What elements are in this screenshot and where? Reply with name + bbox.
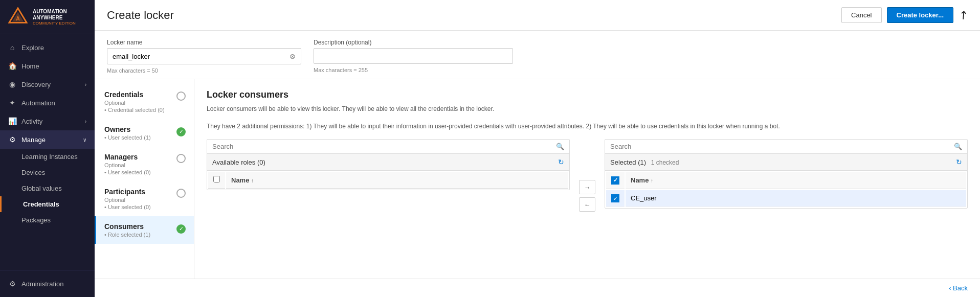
selected-checkbox-header: ✓	[606, 172, 625, 189]
chevron-right-icon: ›	[85, 82, 86, 87]
sidebar: A AUTOMATIONANYWHERE Community Edition ⌂…	[0, 0, 95, 297]
chevron-right-icon2: ›	[85, 119, 86, 124]
move-right-button[interactable]: →	[579, 180, 595, 194]
sidebar-item-learning-instances[interactable]: Learning Instances	[0, 149, 95, 165]
selected-all-checkbox[interactable]: ✓	[611, 176, 619, 185]
step-participants-sub: Optional	[104, 197, 171, 203]
sidebar-bottom: ⚙ Administration	[0, 270, 95, 297]
logo-icon: A	[8, 7, 28, 27]
search-icon2: 🔍	[954, 143, 962, 150]
description-label: Description (optional)	[314, 39, 513, 46]
sidebar-item-explore[interactable]: ⌂ Explore	[0, 38, 95, 57]
administration-label: Administration	[21, 280, 63, 288]
step-owners-sub2: • User selected (1)	[104, 134, 171, 141]
logo-text-block: AUTOMATIONANYWHERE Community Edition	[33, 9, 76, 26]
step-credentials-sub: Optional	[104, 100, 171, 106]
selected-roles-panel: 🔍 Selected (1) 1 checked ↻	[605, 139, 968, 209]
sidebar-item-credentials[interactable]: Credentials	[0, 196, 95, 212]
step-consumers-icon: ✓	[176, 223, 186, 234]
locker-name-input-wrapper: ⊗	[107, 48, 301, 64]
selected-name-header: Name ↑	[626, 172, 966, 189]
table-row: ✓ CE_user	[606, 190, 966, 208]
sidebar-item-label: Manage	[21, 136, 46, 144]
sidebar-item-discovery[interactable]: ◉ Discovery ›	[0, 75, 95, 94]
sidebar-item-packages[interactable]: Packages	[0, 212, 95, 228]
refresh-icon[interactable]: ↻	[558, 158, 564, 166]
available-search-bar: 🔍	[207, 140, 569, 154]
description-input[interactable]	[319, 52, 507, 60]
arrow-indicator: ↗	[955, 7, 971, 23]
available-roles-header: Available roles (0) ↻	[207, 154, 569, 171]
activity-icon: 📊	[8, 117, 16, 125]
move-left-button[interactable]: ←	[579, 197, 595, 212]
select-all-available[interactable]	[213, 176, 220, 182]
header-actions: Cancel Create locker... ↗	[841, 7, 968, 23]
create-locker-button[interactable]: Create locker...	[887, 7, 954, 23]
sidebar-item-automation[interactable]: ✦ Automation	[0, 94, 95, 112]
selected-search-input[interactable]	[610, 143, 951, 150]
learning-instances-label: Learning Instances	[21, 153, 78, 161]
row-checkbox-cell: ✓	[606, 190, 625, 208]
step-credentials[interactable]: Credentials Optional • Credential select…	[95, 84, 194, 119]
step-consumers[interactable]: Consumers • Role selected (1) ✓	[95, 216, 194, 244]
sidebar-item-label: Home	[21, 62, 39, 70]
clear-icon[interactable]: ⊗	[289, 52, 296, 60]
sidebar-item-manage[interactable]: ⚙ Manage ∨	[0, 130, 95, 149]
explore-icon: ⌂	[8, 43, 16, 52]
home-icon: 🏠	[8, 62, 16, 70]
available-checkbox-header	[208, 172, 225, 189]
sidebar-item-administration[interactable]: ⚙ Administration	[0, 275, 95, 293]
step-owners-name: Owners	[104, 125, 171, 133]
sidebar-item-label: Discovery	[21, 81, 51, 88]
selected-label: Selected (1) 1 checked	[610, 158, 679, 166]
global-values-label: Global values	[21, 185, 62, 192]
sort-arrow2: ↑	[651, 178, 653, 184]
step-consumers-info: Consumers • Role selected (1)	[104, 222, 171, 238]
step-participants-sub2: • User selected (0)	[104, 204, 171, 210]
sidebar-item-home[interactable]: 🏠 Home	[0, 57, 95, 75]
step-credentials-sub2: • Credential selected (0)	[104, 107, 171, 113]
detail-desc2: They have 2 additional permissions: 1) T…	[207, 122, 968, 131]
step-credentials-info: Credentials Optional • Credential select…	[104, 90, 171, 113]
main-content: Create locker Cancel Create locker... ↗ …	[95, 0, 980, 297]
refresh-selected-icon[interactable]: ↻	[956, 158, 962, 166]
cancel-button[interactable]: Cancel	[841, 7, 881, 23]
transfer-buttons: → ←	[576, 180, 598, 212]
available-search-input[interactable]	[212, 143, 553, 150]
detail-panel: Locker consumers Locker consumers will b…	[194, 79, 980, 279]
step-credentials-icon	[176, 92, 186, 103]
back-button[interactable]: ‹ Back	[949, 284, 968, 292]
step-participants-info: Participants Optional • User selected (0…	[104, 188, 171, 210]
content-body: Credentials Optional • Credential select…	[95, 79, 980, 279]
locker-name-label: Locker name	[107, 39, 301, 46]
sidebar-item-global-values[interactable]: Global values	[0, 180, 95, 196]
detail-title: Locker consumers	[207, 89, 968, 100]
edition-label: Community Edition	[33, 21, 76, 26]
sidebar-item-devices[interactable]: Devices	[0, 165, 95, 180]
chevron-down-icon: ∨	[83, 137, 86, 143]
sidebar-logo: A AUTOMATIONANYWHERE Community Edition	[0, 0, 95, 34]
packages-label: Packages	[21, 216, 51, 224]
step-consumers-sub2: • Role selected (1)	[104, 232, 171, 238]
sidebar-item-activity[interactable]: 📊 Activity ›	[0, 112, 95, 130]
sidebar-item-label: Activity	[21, 118, 42, 125]
sidebar-item-label: Explore	[21, 44, 44, 52]
step-managers-sub2: • User selected (0)	[104, 169, 171, 175]
selected-search-bar: 🔍	[605, 140, 967, 154]
step-owners[interactable]: Owners • User selected (1) ✓	[95, 119, 194, 147]
step-managers-name: Managers	[104, 153, 171, 161]
step-owners-icon: ✓	[176, 126, 186, 136]
row-checkbox[interactable]: ✓	[611, 194, 619, 202]
step-participants-name: Participants	[104, 188, 171, 196]
step-participants[interactable]: Participants Optional • User selected (0…	[95, 181, 194, 216]
locker-name-input[interactable]	[113, 53, 289, 60]
discovery-icon: ◉	[8, 80, 16, 88]
available-roles-label: Available roles (0)	[212, 158, 265, 166]
description-max: Max characters = 255	[314, 67, 513, 73]
form-area: Locker name ⊗ Max characters = 50 Descri…	[95, 31, 980, 79]
step-consumers-name: Consumers	[104, 222, 171, 231]
step-managers[interactable]: Managers Optional • User selected (0)	[95, 147, 194, 181]
description-group: Description (optional) Max characters = …	[314, 39, 513, 74]
selected-roles-header: Selected (1) 1 checked ↻	[605, 154, 967, 171]
step-managers-info: Managers Optional • User selected (0)	[104, 153, 171, 175]
